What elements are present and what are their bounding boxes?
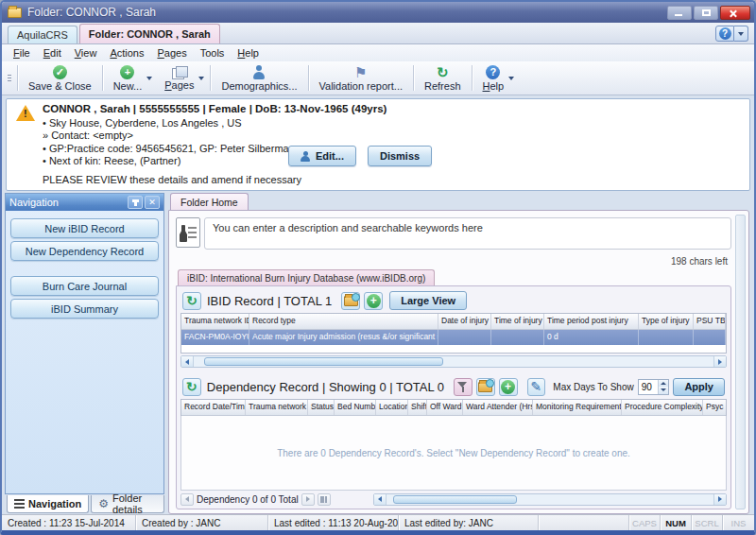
menu-view[interactable]: View [69,46,103,60]
patient-summary: CONNOR , Sarah | 5555555555 | Female | D… [43,103,742,116]
menu-bar: File Edit View Actions Pages Tools Help [2,44,754,61]
patient-banner: CONNOR , Sarah | 5555555555 | Female | D… [6,98,750,191]
close-panel-button[interactable]: ✕ [145,196,160,209]
column-header[interactable]: Trauma network ID [246,400,308,415]
scroll-right-icon[interactable] [713,356,726,367]
validation-report-button[interactable]: ⚑ Validation report... [311,62,411,94]
toolbar-grip[interactable] [6,62,13,94]
spin-up-icon[interactable] [659,380,668,388]
help-toolbar-button[interactable]: ? Help [474,62,513,94]
chars-left-label: 198 chars left [176,253,731,268]
max-days-value[interactable]: 90 [639,382,659,392]
pager-prev-button[interactable] [180,493,194,506]
ibid-add-button[interactable]: + [364,292,383,310]
dependency-refresh-button[interactable]: ↻ [182,378,201,396]
column-header[interactable]: Date of injury [438,314,491,329]
column-header[interactable]: Monitoring Requirement [533,400,622,415]
help-dropdown-button[interactable] [734,26,748,42]
menu-edit[interactable]: Edit [38,46,67,60]
description-input[interactable]: You can enter a description and searchab… [204,217,731,250]
tab-aquilacrs[interactable]: AquilaCRS [8,26,77,43]
column-header[interactable]: Time period post injury [544,314,639,329]
refresh-button[interactable]: ↻ Refresh [416,62,470,94]
max-days-spinner[interactable]: 90 [638,379,670,395]
column-header[interactable]: Ward Attender (Hrs) [463,400,533,415]
list-icon [14,499,25,509]
pager-next-button[interactable] [301,493,315,506]
minimize-button[interactable] [667,6,692,20]
close-button[interactable] [720,6,750,20]
navigation-panel: Navigation ✕ New iBID Record New Depende… [5,193,164,494]
column-header[interactable]: Procedure Complexity [622,400,703,415]
menu-tools[interactable]: Tools [195,46,231,60]
new-button[interactable]: + New... [105,62,151,94]
dependency-edit-button[interactable]: ✎ [527,378,546,396]
table-row[interactable]: FACN-PM0A-IOYU Acute major Injury admiss… [181,330,726,345]
created-label: Created : 11:23 15-Jul-2014 [2,515,136,530]
save-close-button[interactable]: ✓ Save & Close [20,62,100,94]
maximize-button[interactable] [694,6,718,20]
pages-button[interactable]: Pages [156,62,202,94]
main-content: Folder Home You can enter a description … [164,193,754,514]
dependency-add-button[interactable]: + [499,378,518,396]
demographics-button[interactable]: Demographics... [213,62,305,94]
dependency-horizontal-scrollbar[interactable] [373,493,727,506]
tab-folder-details[interactable]: ⚙ Folder details [91,495,164,513]
menu-file[interactable]: File [8,46,36,60]
tab-folder-connor-sarah[interactable]: Folder: CONNOR , Sarah [79,24,220,43]
menu-actions[interactable]: Actions [104,46,149,60]
tab-folder-home[interactable]: Folder Home [170,193,249,210]
pager-label: Dependency 0 of 0 Total [197,494,299,505]
help-button[interactable]: ? [715,26,734,42]
column-header[interactable]: Time of injury [491,314,544,329]
column-header[interactable]: Trauma network ID [181,314,249,329]
burn-care-journal-button[interactable]: Burn Care Journal [10,276,159,296]
toolbar: ✓ Save & Close + New... Pages Demographi… [2,61,754,95]
ibid-record-title: IBID Record | TOTAL 1 [207,294,332,308]
pin-button[interactable] [128,196,143,209]
ibid-open-record-button[interactable] [341,292,360,310]
scrollbar-thumb[interactable] [204,357,443,366]
column-header[interactable]: Record Date/Time [181,400,246,415]
dismiss-button[interactable]: Dismiss [368,146,432,166]
num-indicator: NUM [661,515,692,530]
plus-icon: + [120,65,134,79]
apply-button[interactable]: Apply [673,378,725,396]
large-view-button[interactable]: Large View [389,291,467,310]
ibid-record-table: Trauma network ID Record type Date of in… [180,313,727,354]
last-edited-by-label: Last edited by: JANC [399,515,539,530]
tab-navigation[interactable]: Navigation [7,495,89,513]
refresh-icon: ↻ [186,294,198,307]
column-header[interactable]: Bed Number [335,400,376,415]
column-header[interactable]: PSU TBSA% [694,314,726,329]
scrollbar-thumb[interactable] [393,495,518,504]
filter-button[interactable] [454,378,472,396]
new-ibid-record-button[interactable]: New iBID Record [10,218,159,238]
spin-down-icon[interactable] [659,387,668,394]
pager-last-button[interactable] [318,493,331,506]
scroll-right-icon[interactable] [713,494,726,505]
scroll-left-icon[interactable] [374,494,387,505]
menu-help[interactable]: Help [232,46,265,60]
ibid-horizontal-scrollbar[interactable] [180,355,727,368]
scroll-left-icon[interactable] [181,356,194,367]
person-icon [252,65,266,79]
edit-button[interactable]: Edit... [288,146,356,166]
column-header[interactable]: Status [308,400,335,415]
column-header[interactable]: Record type [249,314,438,329]
plus-icon: + [501,380,515,394]
ibid-summary-button[interactable]: iBID Summary [10,299,159,319]
dependency-open-record-button[interactable] [476,378,495,396]
column-header[interactable]: Type of injury [639,314,694,329]
column-header[interactable]: Shift [408,400,427,415]
column-header[interactable]: Psyc [703,400,726,415]
column-header[interactable]: Location [376,400,408,415]
new-dependency-record-button[interactable]: New Dependency Record [10,241,159,261]
column-header[interactable]: Off Ward? [427,400,463,415]
ibid-refresh-button[interactable]: ↻ [182,292,201,310]
help-icon: ? [719,27,731,40]
tab-ibid-database[interactable]: iBID: International Burn Injury Database… [178,269,435,285]
filter-icon [457,382,468,392]
vertical-scrollbar[interactable] [735,215,746,509]
menu-pages[interactable]: Pages [151,46,192,60]
